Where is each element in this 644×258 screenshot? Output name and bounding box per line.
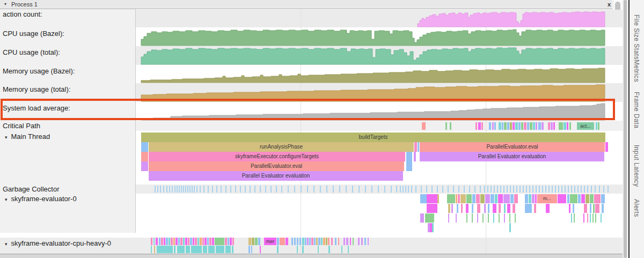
- trace-event-bar[interactable]: [504, 122, 507, 130]
- gc-event-tick[interactable]: [577, 186, 579, 193]
- trace-event-bar[interactable]: [548, 122, 550, 130]
- gc-event-tick[interactable]: [448, 186, 449, 193]
- close-icon[interactable]: x: [606, 1, 612, 8]
- trace-event-bar[interactable]: buildTargets: [141, 132, 605, 142]
- gc-event-tick[interactable]: [507, 186, 508, 193]
- gc-event-tick[interactable]: [391, 186, 392, 193]
- trace-event-bar[interactable]: [489, 122, 491, 130]
- gc-event-tick[interactable]: [415, 186, 416, 193]
- trace-event-bar[interactable]: [536, 122, 537, 130]
- panel-splitter-handle[interactable]: [624, 0, 627, 258]
- trace-event-bar[interactable]: [255, 238, 258, 245]
- trace-event-bar[interactable]: [527, 122, 529, 130]
- gc-event-tick[interactable]: [548, 186, 550, 193]
- trace-event-bar[interactable]: [570, 194, 577, 203]
- gc-event-tick[interactable]: [587, 186, 588, 193]
- gc-event-tick[interactable]: [192, 186, 193, 193]
- trace-event-bar[interactable]: [208, 246, 215, 253]
- gc-event-tick[interactable]: [402, 186, 404, 193]
- trace-event-bar[interactable]: [406, 152, 412, 161]
- trace-event-bar[interactable]: [509, 223, 511, 232]
- gc-event-tick[interactable]: [603, 186, 604, 193]
- gc-event-tick[interactable]: [510, 186, 511, 193]
- gc-event-tick[interactable]: [552, 186, 553, 193]
- gc-event-tick[interactable]: [339, 186, 340, 193]
- trace-event-bar[interactable]: [494, 122, 496, 130]
- trace-event-bar[interactable]: [232, 246, 233, 253]
- trace-event-bar[interactable]: [504, 204, 506, 213]
- trace-event-bar[interactable]: [418, 142, 419, 152]
- gc-event-tick[interactable]: [411, 186, 412, 193]
- sidebar-tab-frame-data[interactable]: Frame Data: [633, 92, 640, 128]
- trace-event-bar[interactable]: [335, 238, 336, 245]
- gc-event-tick[interactable]: [200, 186, 201, 193]
- gc-event-tick[interactable]: [513, 186, 514, 193]
- trace-event-bar[interactable]: [502, 122, 503, 130]
- trace-event-bar[interactable]: [456, 213, 457, 223]
- trace-event-bar[interactable]: [466, 204, 469, 213]
- gc-event-tick[interactable]: [307, 186, 308, 193]
- trace-event-bar[interactable]: [350, 238, 351, 245]
- trace-event-bar[interactable]: [518, 122, 521, 130]
- trace-event-bar[interactable]: [507, 122, 509, 130]
- gc-event-tick[interactable]: [591, 186, 592, 193]
- gc-event-tick[interactable]: [500, 186, 501, 193]
- trace-event-bar[interactable]: [596, 122, 597, 130]
- trace-event-bar[interactable]: [141, 142, 148, 152]
- trace-event-bar[interactable]: [177, 246, 185, 253]
- gc-event-tick[interactable]: [221, 186, 222, 193]
- gc-event-tick[interactable]: [194, 186, 195, 193]
- trace-event-bar[interactable]: [491, 194, 494, 203]
- gc-event-tick[interactable]: [608, 186, 609, 193]
- gc-event-tick[interactable]: [529, 186, 530, 193]
- gc-event-tick[interactable]: [212, 186, 213, 193]
- gc-event-tick[interactable]: [346, 186, 347, 193]
- gc-event-tick[interactable]: [503, 186, 504, 193]
- trace-event-bar[interactable]: [302, 238, 304, 245]
- trace-event-bar[interactable]: [460, 194, 466, 203]
- trace-event-bar[interactable]: [338, 238, 339, 245]
- trace-event-bar[interactable]: [493, 213, 494, 223]
- trace-event-bar[interactable]: [495, 194, 497, 203]
- gc-event-tick[interactable]: [281, 186, 282, 193]
- trace-event-bar[interactable]: [590, 213, 591, 223]
- trace-event-bar[interactable]: m...: [537, 194, 557, 203]
- trace-event-bar[interactable]: [252, 238, 254, 245]
- trace-event-bar[interactable]: act...: [577, 122, 594, 130]
- trace-event-bar[interactable]: [190, 238, 192, 245]
- trace-event-bar[interactable]: [432, 223, 434, 232]
- gc-event-tick[interactable]: [160, 186, 161, 193]
- trace-event-bar[interactable]: [595, 204, 599, 213]
- trace-event-bar[interactable]: [302, 246, 304, 253]
- trace-event-bar[interactable]: [553, 122, 555, 130]
- trace-event-bar[interactable]: [141, 161, 148, 171]
- trace-event-bar[interactable]: [225, 238, 227, 245]
- trace-event-bar[interactable]: [204, 238, 207, 245]
- trace-event-bar[interactable]: [166, 238, 168, 245]
- trace-event-bar[interactable]: [514, 194, 518, 203]
- trace-event-bar[interactable]: [260, 246, 261, 253]
- gc-event-tick[interactable]: [595, 186, 596, 193]
- trace-event-bar[interactable]: [318, 238, 320, 245]
- gc-event-tick[interactable]: [526, 186, 527, 193]
- gc-event-tick[interactable]: [250, 186, 251, 193]
- trace-event-bar[interactable]: [602, 204, 604, 213]
- gc-event-tick[interactable]: [545, 186, 546, 193]
- sidebar-tab-metrics[interactable]: Metrics: [633, 60, 640, 82]
- gc-event-tick[interactable]: [491, 186, 492, 193]
- collapse-triangle-icon[interactable]: ▾: [4, 2, 6, 6]
- trace-event-bar[interactable]: [484, 204, 486, 213]
- gc-event-tick[interactable]: [561, 186, 562, 193]
- trace-event-bar[interactable]: [169, 238, 170, 245]
- gc-event-tick[interactable]: [581, 186, 582, 193]
- trace-event-bar[interactable]: [228, 238, 229, 245]
- trace-event-bar[interactable]: [567, 194, 569, 203]
- trace-event-bar[interactable]: [277, 238, 279, 245]
- trace-event-bar[interactable]: [406, 161, 412, 171]
- trace-event-bar[interactable]: [277, 246, 279, 253]
- trace-event-bar[interactable]: [159, 238, 160, 245]
- gc-event-tick[interactable]: [516, 186, 517, 193]
- trace-event-bar[interactable]: [492, 122, 494, 130]
- trace-event-bar[interactable]: [309, 238, 311, 245]
- trace-event-bar[interactable]: [475, 122, 477, 130]
